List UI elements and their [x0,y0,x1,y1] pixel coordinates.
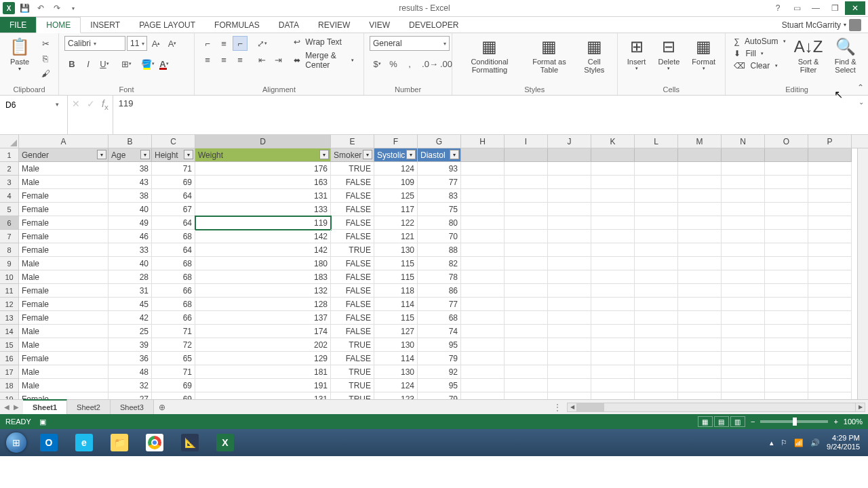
page-layout-view-icon[interactable]: ▤ [714,416,729,427]
cell[interactable] [591,338,635,352]
header-cell[interactable]: Diastol▾ [418,148,461,162]
row-header[interactable]: 11 [0,284,19,298]
cell[interactable]: TRUE [331,392,374,399]
format-painter-icon[interactable]: 🖌 [38,66,53,81]
cell[interactable]: 46 [108,230,152,243]
row-header[interactable]: 9 [0,257,19,270]
cell[interactable] [765,392,808,399]
cell[interactable] [808,379,852,392]
name-box-input[interactable] [3,98,53,112]
cell[interactable] [635,325,678,338]
clear-button[interactable]: ⌫ Clear ▾ [731,60,789,71]
orientation-icon[interactable]: ⤢▾ [254,36,269,51]
cell[interactable] [591,257,635,270]
cell[interactable] [548,311,591,325]
cell[interactable]: FALSE [331,203,374,216]
cell[interactable]: 130 [374,338,418,352]
tab-view[interactable]: VIEW [359,17,399,33]
cell[interactable]: 80 [418,216,461,230]
header-cell[interactable]: Smoker▾ [331,148,374,162]
cell[interactable] [635,270,678,284]
insert-cells-button[interactable]: ⊞Insert▾ [623,36,650,73]
cell[interactable]: 66 [152,311,195,325]
format-cells-button[interactable]: ▦Format▾ [688,36,719,73]
tab-review[interactable]: REVIEW [309,17,359,33]
cell[interactable] [635,230,678,243]
col-header-G[interactable]: G [418,135,461,148]
cell[interactable] [808,352,852,365]
cell[interactable]: 40 [108,203,152,216]
col-header-D[interactable]: D [195,135,331,148]
cell[interactable] [722,148,765,162]
cell[interactable]: 92 [418,365,461,379]
cell[interactable] [808,162,852,176]
align-bottom-icon[interactable]: ⌐ [233,36,248,51]
cell[interactable] [678,311,722,325]
cell[interactable]: 133 [195,203,331,216]
cell[interactable]: Female [19,284,108,298]
cell[interactable]: Male [19,162,108,176]
task-chrome[interactable] [138,432,171,453]
cell[interactable] [765,203,808,216]
cell[interactable] [678,365,722,379]
cell[interactable] [635,257,678,270]
next-sheet-icon[interactable]: ▶ [14,403,19,411]
cell[interactable] [461,352,505,365]
cell[interactable]: 49 [108,216,152,230]
cell[interactable] [678,284,722,298]
cell[interactable] [591,392,635,399]
expand-formula-icon[interactable]: ⌄ [859,98,864,106]
col-header-O[interactable]: O [765,135,808,148]
col-header-I[interactable]: I [505,135,548,148]
cell[interactable]: Female [19,243,108,257]
cell[interactable]: 191 [195,379,331,392]
cell[interactable] [505,257,548,270]
cell[interactable] [808,365,852,379]
cell[interactable] [765,379,808,392]
cell[interactable]: 121 [374,230,418,243]
col-header-A[interactable]: A [19,135,108,148]
sheet-tab[interactable]: Sheet2 [67,400,111,414]
cell[interactable]: 32 [108,379,152,392]
cell[interactable] [548,189,591,203]
cell[interactable]: FALSE [331,311,374,325]
row-header[interactable]: 10 [0,270,19,284]
cell[interactable] [461,298,505,311]
cell[interactable] [548,257,591,270]
name-box[interactable]: ▾ [0,96,68,134]
cell[interactable] [808,270,852,284]
cell[interactable]: 95 [418,379,461,392]
cell[interactable] [591,230,635,243]
number-format-combo[interactable]: General▾ [370,36,450,51]
cell[interactable]: Male [19,176,108,189]
cell[interactable] [678,203,722,216]
cell[interactable] [808,203,852,216]
cell[interactable] [678,352,722,365]
cell[interactable] [461,243,505,257]
cell[interactable]: 69 [152,392,195,399]
cell[interactable]: FALSE [331,176,374,189]
accounting-format-icon[interactable]: $▾ [370,56,384,71]
cell[interactable] [505,298,548,311]
tab-developer[interactable]: DEVELOPER [399,17,468,33]
normal-view-icon[interactable]: ▦ [698,416,713,427]
row-header[interactable]: 18 [0,379,19,392]
cell[interactable] [548,243,591,257]
decrease-decimal-icon[interactable]: .00 [439,56,454,71]
cell[interactable] [461,392,505,399]
cell[interactable]: Female [19,216,108,230]
conditional-formatting-button[interactable]: ▦Conditional Formatting [458,36,521,75]
cell[interactable] [461,257,505,270]
row-header[interactable]: 3 [0,176,19,189]
cell[interactable] [461,379,505,392]
cell[interactable] [722,325,765,338]
cell[interactable]: 64 [152,189,195,203]
cell[interactable]: TRUE [331,243,374,257]
font-size-combo[interactable]: 11▾ [127,36,147,51]
spreadsheet-grid[interactable]: ABCDEFGHIJKLMNOP 1Gender▾Age▾Height▾Weig… [0,135,868,399]
cell[interactable]: 176 [195,162,331,176]
font-color-button[interactable]: A▾ [157,56,172,71]
cell[interactable] [765,270,808,284]
cell[interactable]: 180 [195,257,331,270]
cell[interactable]: Female [19,203,108,216]
